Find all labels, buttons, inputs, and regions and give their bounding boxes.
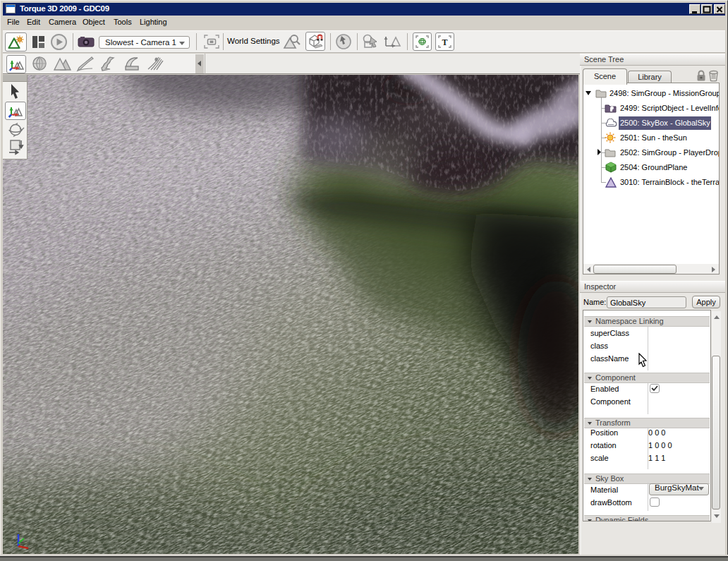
svg-text:T: T <box>442 37 447 47</box>
